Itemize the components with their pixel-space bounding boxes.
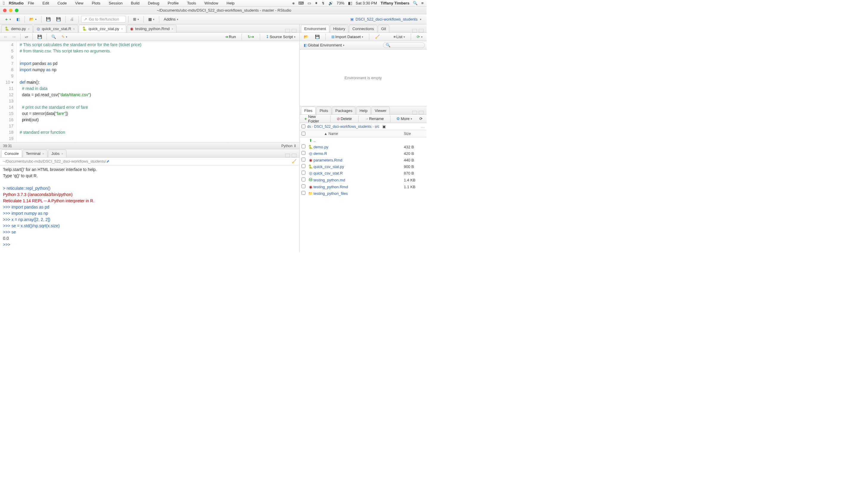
menu-item-edit[interactable]: Edit bbox=[42, 1, 49, 5]
new-folder-button[interactable]: ＋ New Folder bbox=[302, 113, 326, 125]
menu-item-file[interactable]: File bbox=[28, 1, 34, 5]
close-tab-icon[interactable]: × bbox=[42, 152, 44, 156]
source-tab-quick_csv_stat.py[interactable]: 🐍 quick_csv_stat.py × bbox=[79, 25, 126, 32]
rerun-button[interactable]: ↻➔ bbox=[245, 33, 256, 40]
select-all-checkbox[interactable] bbox=[302, 132, 305, 136]
files-tab-packages[interactable]: Packages bbox=[332, 107, 356, 114]
fwd-button[interactable]: ⇨ bbox=[11, 33, 18, 40]
docker-icon[interactable]: ⎈ bbox=[292, 1, 295, 5]
addins-button[interactable]: Addins▾ bbox=[162, 16, 180, 22]
show-in-new-window-button[interactable]: ▱ bbox=[23, 33, 30, 40]
env-tab-connections[interactable]: Connections bbox=[349, 25, 377, 32]
menu-item-help[interactable]: Help bbox=[227, 1, 235, 5]
find-button[interactable]: 🔍 bbox=[49, 33, 58, 40]
battery-icon[interactable]: ▮▯ bbox=[348, 1, 352, 5]
file-row[interactable]: ◎ demo.R 420 B bbox=[300, 150, 426, 157]
scope-selector[interactable]: ◧ Global Environment ▾ bbox=[302, 42, 347, 49]
file-row-up[interactable]: ⬆ .. bbox=[300, 137, 426, 144]
menu-item-tools[interactable]: Tools bbox=[187, 1, 196, 5]
menu-item-view[interactable]: View bbox=[75, 1, 84, 5]
size-header[interactable]: Size bbox=[404, 132, 425, 136]
breadcrumb-segment[interactable]: DSCI_522_dsci-workflows_students bbox=[314, 125, 371, 129]
input-icon[interactable]: ⌨︎ bbox=[298, 1, 304, 5]
env-window-controls[interactable] bbox=[412, 29, 426, 32]
file-row[interactable]: 🐍 quick_csv_stat.py 900 B bbox=[300, 163, 426, 170]
source-tab-quick_csv_stat.R[interactable]: ◎ quick_csv_stat.R × bbox=[33, 25, 78, 32]
source-tab-demo.py[interactable]: 🐍 demo.py × bbox=[1, 25, 33, 32]
menu-item-window[interactable]: Window bbox=[204, 1, 218, 5]
breadcrumb-overflow-button[interactable]: … bbox=[421, 125, 425, 129]
menu-item-session[interactable]: Session bbox=[109, 1, 123, 5]
more-button[interactable]: ⚙ More ▾ bbox=[394, 115, 414, 122]
file-row[interactable]: ◉ parameters.Rmd 440 B bbox=[300, 157, 426, 163]
source-tab-testing_python.Rmd[interactable]: ◉ testing_python.Rmd × bbox=[127, 25, 177, 32]
env-tab-git[interactable]: Git bbox=[378, 25, 390, 32]
save-all-button[interactable]: 💾 bbox=[54, 16, 63, 22]
close-tab-icon[interactable]: × bbox=[121, 27, 123, 31]
mac-menubar[interactable]:  RStudio FileEditCodeViewPlotsSessionBu… bbox=[0, 0, 426, 6]
file-checkbox[interactable] bbox=[302, 164, 305, 168]
refresh-files-button[interactable]: ⟳ bbox=[417, 115, 425, 122]
file-row[interactable]: 🐍 demo.py 432 B bbox=[300, 144, 426, 150]
rename-button[interactable]: → Rename bbox=[362, 115, 386, 122]
breadcrumb-segment[interactable]: ds bbox=[307, 125, 311, 129]
console-window-controls[interactable] bbox=[285, 154, 299, 157]
clear-workspace-button[interactable]: 🧹 bbox=[373, 33, 382, 40]
save-workspace-button[interactable]: 💾 bbox=[313, 33, 322, 40]
wand-button[interactable]: ✎▾ bbox=[59, 33, 70, 40]
load-workspace-button[interactable]: 📂 bbox=[302, 33, 311, 40]
save-button[interactable]: 💾 bbox=[44, 16, 53, 22]
close-tab-icon[interactable]: × bbox=[73, 27, 75, 31]
volume-icon[interactable]: 🔊 bbox=[328, 1, 333, 5]
files-tab-help[interactable]: Help bbox=[356, 107, 371, 114]
file-row[interactable]: 📁 testing_python_files bbox=[300, 190, 426, 196]
code-editor[interactable]: 45678910 ▾111213141516171819 # This scri… bbox=[0, 41, 299, 142]
clock[interactable]: Sat 3:30 PM bbox=[356, 1, 377, 5]
spotlight-icon[interactable]: 🔍 bbox=[413, 1, 418, 5]
new-project-button[interactable]: ◧ bbox=[14, 16, 22, 22]
menu-icon[interactable]: ≡ bbox=[421, 1, 423, 5]
path-link-icon[interactable]: ⬈ bbox=[106, 159, 109, 163]
files-window-controls[interactable] bbox=[412, 111, 426, 114]
file-checkbox[interactable] bbox=[302, 191, 305, 195]
file-row[interactable]: ◉ testing_python.Rmd 1.1 KB bbox=[300, 184, 426, 190]
file-row[interactable]: ◎ quick_csv_stat.R 870 B bbox=[300, 170, 426, 176]
menu-item-profile[interactable]: Profile bbox=[168, 1, 179, 5]
console-tab-jobs[interactable]: Jobs × bbox=[48, 149, 66, 157]
close-tab-icon[interactable]: × bbox=[171, 27, 173, 31]
minimize-window-button[interactable] bbox=[9, 9, 13, 12]
save-source-button[interactable]: 💾 bbox=[35, 33, 44, 40]
console-tab-console[interactable]: Console bbox=[1, 149, 22, 157]
bluetooth-icon[interactable]: ⁕ bbox=[315, 1, 318, 5]
menu-item-build[interactable]: Build bbox=[131, 1, 140, 5]
app-name[interactable]: RStudio bbox=[9, 1, 24, 5]
console-output[interactable]: 'help.start()' for an HTML browser inter… bbox=[0, 165, 299, 252]
file-checkbox[interactable] bbox=[302, 144, 305, 148]
wifi-icon[interactable]: ↯ bbox=[321, 1, 325, 5]
apple-icon[interactable]:  bbox=[3, 1, 4, 6]
env-tab-environment[interactable]: Environment bbox=[301, 25, 329, 32]
run-button[interactable]: ➔ Run bbox=[223, 33, 238, 40]
rproj-bc-icon[interactable]: ▣ bbox=[382, 125, 386, 129]
close-tab-icon[interactable]: × bbox=[28, 27, 30, 31]
open-file-button[interactable]: 📂▾ bbox=[27, 16, 39, 22]
source-script-button[interactable]: ↧ Source Script ▾ bbox=[264, 33, 298, 40]
breadcrumb-segment[interactable]: src bbox=[375, 125, 379, 129]
name-header[interactable]: Name bbox=[328, 132, 338, 136]
back-button[interactable]: ⇦ bbox=[2, 33, 9, 40]
print-button[interactable]: 🖨 bbox=[68, 16, 76, 22]
project-menu[interactable]: ▣ DSCI_522_dsci-workflows_students ▾ bbox=[347, 16, 424, 22]
display-icon[interactable]: ▭ bbox=[307, 1, 311, 5]
menu-item-code[interactable]: Code bbox=[58, 1, 67, 5]
clear-console-button[interactable]: 🧹 bbox=[292, 159, 297, 163]
close-tab-icon[interactable]: × bbox=[61, 152, 63, 156]
file-checkbox[interactable] bbox=[302, 158, 305, 161]
source-window-controls[interactable] bbox=[285, 29, 299, 32]
file-checkbox[interactable] bbox=[302, 184, 305, 188]
menu-item-plots[interactable]: Plots bbox=[92, 1, 101, 5]
file-checkbox[interactable] bbox=[302, 177, 305, 182]
console-tab-terminal[interactable]: Terminal × bbox=[22, 149, 48, 157]
panes-button[interactable]: ▦▾ bbox=[146, 16, 156, 22]
file-checkbox[interactable] bbox=[302, 151, 305, 155]
close-window-button[interactable] bbox=[3, 9, 6, 12]
